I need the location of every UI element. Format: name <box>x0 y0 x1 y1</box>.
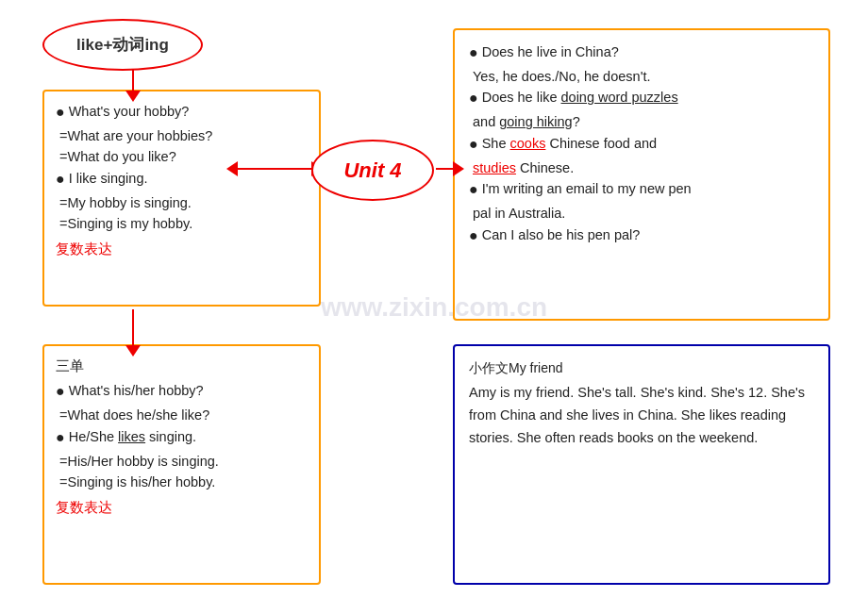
list-item: =Singing is my hobby. <box>56 213 308 234</box>
list-item: and going hiking? <box>469 111 814 132</box>
page: www.zixin.com.cn like+动词ing Unit 4 ● Wha… <box>0 0 868 614</box>
footer-text: 复数表达 <box>56 239 308 260</box>
line-text: What's his/her hobby? <box>69 380 204 402</box>
underline-word: likes <box>118 429 145 444</box>
list-item: ● She cooks Chinese food and <box>469 133 814 156</box>
oval-unit-text: Unit 4 <box>343 158 401 183</box>
box-top-left-content: ● What's your hobby? =What are your hobb… <box>56 101 308 260</box>
list-item: =His/Her hobby is singing. <box>56 451 308 472</box>
line-text: What's your hobby? <box>69 101 190 123</box>
line-text: Does he like doing word puzzles <box>482 87 678 108</box>
bullet-icon: ● <box>469 133 478 156</box>
arrow-left-icon <box>236 168 313 170</box>
list-item: ● What's your hobby? <box>56 101 308 124</box>
box-bottom-left-content: 三单 ● What's his/her hobby? =What does he… <box>56 356 308 519</box>
underline-word-red: cooks <box>510 136 546 151</box>
list-item: ● I like singing. <box>56 168 308 191</box>
box-bottom-right: 小作文My friend Amy is my friend. She's tal… <box>453 344 830 585</box>
underline-word: going hiking <box>499 114 572 129</box>
oval-unit: Unit 4 <box>311 140 434 201</box>
list-item: ● He/She likes singing. <box>56 426 308 449</box>
list-item: ● Can I also be his pen pal? <box>469 224 814 247</box>
box-top-right: ● Does he live in China? Yes, he does./N… <box>453 28 830 321</box>
line-text: I'm writing an email to my new pen <box>482 178 692 200</box>
oval-like: like+动词ing <box>42 19 203 71</box>
underline-word: doing word puzzles <box>561 90 678 105</box>
bullet-icon: ● <box>469 178 478 201</box>
list-item: ● Does he like doing word puzzles <box>469 87 814 109</box>
bullet-icon: ● <box>56 426 65 449</box>
footer-text: 复数表达 <box>56 497 308 519</box>
box-top-right-content: ● Does he live in China? Yes, he does./N… <box>469 41 814 247</box>
bullet-icon: ● <box>56 380 65 403</box>
bullet-icon: ● <box>56 168 65 191</box>
essay-title: 小作文My friend <box>469 357 814 378</box>
list-item: =My hobby is singing. <box>56 192 308 213</box>
bullet-icon: ● <box>469 224 478 247</box>
arrow-right-icon <box>436 168 455 170</box>
list-item: Yes, he does./No, he doesn't. <box>469 66 814 87</box>
arrow-down-icon <box>132 309 134 347</box>
underline-word-red: studies <box>473 160 516 175</box>
list-item: =Singing is his/her hobby. <box>56 472 308 492</box>
essay-content: Amy is my friend. She's tall. She's kind… <box>469 382 814 450</box>
list-item: pal in Australia. <box>469 203 814 224</box>
oval-like-text: like+动词ing <box>76 34 169 56</box>
list-item: =What do you like? <box>56 146 308 167</box>
list-item: ● I'm writing an email to my new pen <box>469 178 814 201</box>
box-top-left: ● What's your hobby? =What are your hobb… <box>42 90 321 307</box>
line-text: He/She likes singing. <box>69 426 196 448</box>
line-text: I like singing. <box>69 168 148 190</box>
bullet-icon: ● <box>56 101 65 124</box>
line-text: Does he live in China? <box>482 41 619 63</box>
list-item: =What does he/she like? <box>56 405 308 425</box>
line-text: She cooks Chinese food and <box>482 133 657 155</box>
list-item: ● What's his/her hobby? <box>56 380 308 403</box>
line-text: Can I also be his pen pal? <box>482 224 641 246</box>
box-bottom-left: 三单 ● What's his/her hobby? =What does he… <box>42 344 321 585</box>
bullet-icon: ● <box>469 87 478 109</box>
box-bottom-right-content: 小作文My friend Amy is my friend. She's tal… <box>469 357 814 450</box>
list-item: ● Does he live in China? <box>469 41 814 64</box>
san-dan-label: 三单 <box>56 356 308 377</box>
list-item: =What are your hobbies? <box>56 125 308 146</box>
list-item: studies Chinese. <box>469 158 814 178</box>
bullet-icon: ● <box>469 41 478 64</box>
